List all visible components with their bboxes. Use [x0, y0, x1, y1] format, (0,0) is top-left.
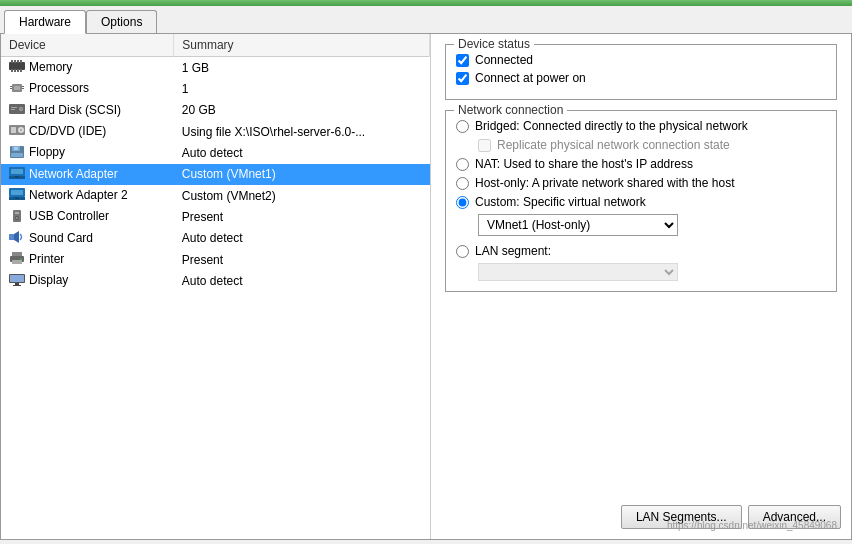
svg-rect-44 — [12, 260, 22, 264]
device-cell: Memory — [1, 57, 174, 79]
svg-rect-2 — [14, 60, 16, 63]
left-panel: Device Summary Memory1 GBProcessors1Hard… — [1, 34, 431, 539]
table-row[interactable]: Sound CardAuto detect — [1, 228, 430, 249]
svg-rect-21 — [11, 127, 16, 133]
summary-cell: Auto detect — [174, 270, 430, 291]
usb-icon — [9, 210, 25, 225]
svg-rect-35 — [15, 197, 19, 199]
bridged-radio[interactable] — [456, 120, 469, 133]
lan-radio[interactable] — [456, 245, 469, 258]
floppy-icon — [9, 146, 25, 161]
lan-segment-row: LAN segment: — [456, 244, 826, 258]
device-cell: Network Adapter — [1, 164, 174, 185]
svg-rect-48 — [15, 283, 19, 285]
right-panel: Device status Connected Connect at power… — [431, 34, 851, 539]
svg-rect-1 — [11, 60, 13, 63]
table-row[interactable]: FloppyAuto detect — [1, 142, 430, 163]
device-table: Device Summary Memory1 GBProcessors1Hard… — [1, 34, 430, 292]
table-row[interactable]: Hard Disk (SCSI)20 GB — [1, 100, 430, 121]
main-content: Device Summary Memory1 GBProcessors1Hard… — [0, 34, 852, 540]
table-row[interactable]: Network AdapterCustom (VMnet1) — [1, 164, 430, 185]
col-summary: Summary — [174, 34, 430, 57]
device-cell: Printer — [1, 249, 174, 270]
device-name: Network Adapter — [29, 167, 118, 181]
device-cell: Processors — [1, 78, 174, 99]
tab-bar: Hardware Options — [0, 6, 852, 34]
lan-input-row — [478, 263, 826, 281]
svg-point-39 — [16, 217, 18, 219]
connected-checkbox[interactable] — [456, 54, 469, 67]
svg-rect-0 — [9, 62, 25, 70]
summary-cell: 1 GB — [174, 57, 430, 79]
summary-cell: Custom (VMnet2) — [174, 185, 430, 206]
svg-rect-18 — [11, 107, 17, 108]
lan-segment-select[interactable] — [478, 263, 678, 281]
svg-rect-11 — [10, 88, 12, 89]
device-cell: USB Controller — [1, 206, 174, 227]
table-row[interactable]: Processors1 — [1, 78, 430, 99]
custom-network-select[interactable]: VMnet1 (Host-only) VMnet2 VMnet3 VMnet8 — [478, 214, 678, 236]
nat-radio[interactable] — [456, 158, 469, 171]
summary-cell: 1 — [174, 78, 430, 99]
connected-label: Connected — [475, 53, 533, 67]
tab-options[interactable]: Options — [86, 10, 157, 33]
table-row[interactable]: Network Adapter 2Custom (VMnet2) — [1, 185, 430, 206]
processor-icon — [9, 82, 25, 97]
table-row[interactable]: USB ControllerPresent — [1, 206, 430, 227]
tab-hardware[interactable]: Hardware — [4, 10, 86, 34]
svg-rect-31 — [15, 176, 19, 178]
custom-radio[interactable] — [456, 196, 469, 209]
network-icon — [9, 167, 25, 182]
device-cell: CD/DVD (IDE) — [1, 121, 174, 142]
svg-rect-43 — [12, 252, 22, 256]
power-on-label: Connect at power on — [475, 71, 586, 85]
device-cell: Display — [1, 270, 174, 291]
table-row[interactable]: DisplayAuto detect — [1, 270, 430, 291]
device-name: Sound Card — [29, 231, 93, 245]
summary-cell: Custom (VMnet1) — [174, 164, 430, 185]
device-status-legend: Device status — [454, 37, 534, 51]
svg-rect-12 — [22, 86, 24, 87]
nat-label: NAT: Used to share the host's IP address — [475, 157, 693, 171]
svg-rect-5 — [11, 69, 13, 72]
lan-label: LAN segment: — [475, 244, 551, 258]
svg-rect-40 — [9, 234, 14, 240]
network-legend: Network connection — [454, 103, 567, 117]
device-cell: Hard Disk (SCSI) — [1, 100, 174, 121]
device-cell: Floppy — [1, 142, 174, 163]
power-on-row: Connect at power on — [456, 71, 826, 85]
svg-rect-3 — [17, 60, 19, 63]
hostonly-radio[interactable] — [456, 177, 469, 190]
display-icon — [9, 274, 25, 289]
power-on-checkbox[interactable] — [456, 72, 469, 85]
svg-rect-4 — [20, 60, 22, 63]
svg-rect-27 — [11, 153, 23, 157]
table-row[interactable]: Memory1 GB — [1, 57, 430, 79]
svg-rect-47 — [10, 275, 24, 282]
svg-rect-7 — [17, 69, 19, 72]
device-cell: Sound Card — [1, 228, 174, 249]
summary-cell: Present — [174, 206, 430, 227]
summary-cell: 20 GB — [174, 100, 430, 121]
table-row[interactable]: CD/DVD (IDE)Using file X:\ISO\rhel-serve… — [1, 121, 430, 142]
svg-rect-26 — [14, 147, 18, 150]
svg-rect-49 — [13, 285, 21, 286]
svg-rect-10 — [10, 86, 12, 87]
replicate-row: Replicate physical network connection st… — [478, 138, 826, 152]
nat-row: NAT: Used to share the host's IP address — [456, 157, 826, 171]
replicate-label: Replicate physical network connection st… — [497, 138, 730, 152]
svg-rect-13 — [22, 88, 24, 89]
connected-row: Connected — [456, 53, 826, 67]
device-name: Network Adapter 2 — [29, 188, 128, 202]
svg-point-23 — [20, 129, 22, 131]
device-name: Memory — [29, 60, 72, 74]
svg-rect-8 — [20, 69, 22, 72]
table-row[interactable]: PrinterPresent — [1, 249, 430, 270]
summary-cell: Present — [174, 249, 430, 270]
device-name: Processors — [29, 81, 89, 95]
svg-marker-41 — [14, 231, 19, 243]
device-name: Printer — [29, 252, 64, 266]
replicate-checkbox[interactable] — [478, 139, 491, 152]
svg-rect-6 — [14, 69, 16, 72]
bridged-row: Bridged: Connected directly to the physi… — [456, 119, 826, 133]
